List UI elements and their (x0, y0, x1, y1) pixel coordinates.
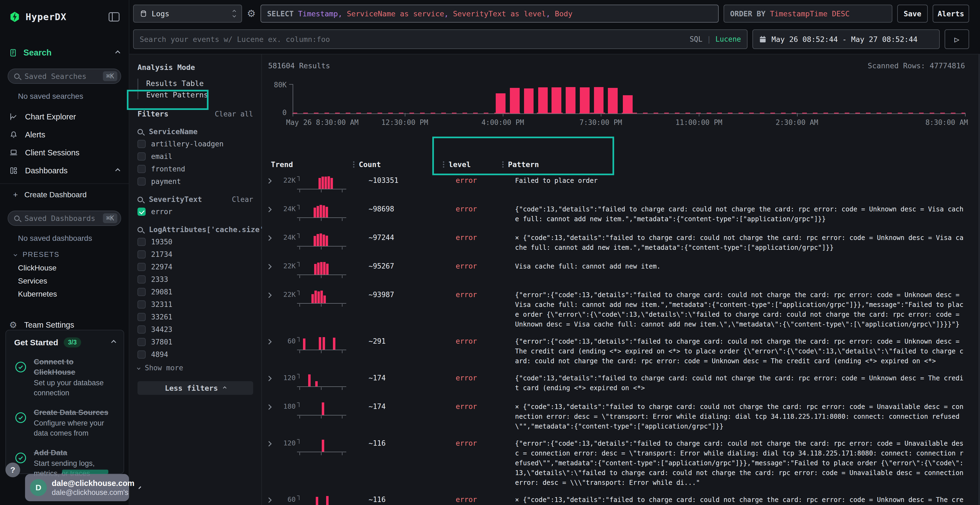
table-row[interactable]: 22K~103351errorFailed to place order (266, 176, 976, 197)
col-trend[interactable]: Trend (271, 160, 293, 169)
user-menu[interactable]: D dale@clickhouse.com dale@clickhouse.co… (25, 474, 129, 501)
mode-event-patterns[interactable]: Event Patterns (138, 89, 261, 100)
checkbox[interactable] (137, 326, 146, 333)
filter-option[interactable]: 34423 (137, 325, 253, 334)
source-settings-gear-icon[interactable]: ⚙ (247, 8, 256, 19)
show-more-button[interactable]: Show more (137, 364, 253, 372)
row-expand-chevron-icon[interactable] (266, 339, 272, 345)
preset-services[interactable]: Services (18, 275, 129, 287)
saved-dashboards-input[interactable]: Saved Dashboards ⌘K (8, 211, 121, 226)
filter-option[interactable]: 2333 (137, 275, 253, 284)
checkbox[interactable] (137, 288, 146, 296)
saved-searches-input[interactable]: Saved Searches ⌘K (8, 68, 121, 84)
sidebar-collapse-icon[interactable] (109, 12, 119, 22)
row-expand-chevron-icon[interactable] (266, 404, 272, 410)
scrollbar[interactable] (978, 54, 980, 505)
chevron-up-icon[interactable] (115, 50, 120, 55)
table-row[interactable]: 24K~97244error× {"code":13,"details":"fa… (266, 233, 976, 254)
row-expand-chevron-icon[interactable] (266, 441, 272, 446)
filter-clear-button[interactable]: Clear (232, 195, 253, 203)
chevron-up-icon[interactable] (111, 340, 116, 345)
filter-option[interactable]: 33261 (137, 313, 253, 321)
histogram-bar[interactable] (580, 87, 590, 113)
checkbox[interactable] (137, 351, 146, 359)
date-range-picker[interactable]: May 26 08:52:44 - May 27 08:52:44 (752, 29, 940, 49)
checkbox[interactable] (137, 275, 146, 284)
table-row[interactable]: 180~174error× {"code":13,"details":"fail… (266, 402, 976, 431)
pattern-cell[interactable]: {"error":{"code":13,"details":"failed to… (496, 438, 976, 488)
pattern-cell[interactable]: × {"code":13,"details":"failed to charge… (496, 402, 976, 431)
histogram-bar[interactable] (608, 88, 618, 114)
sidebar-item-chart-explorer[interactable]: Chart Explorer (0, 108, 129, 126)
pattern-cell[interactable]: × {"code":13,"details":"failed to charge… (496, 495, 976, 505)
histogram-bar[interactable] (496, 93, 506, 113)
row-expand-chevron-icon[interactable] (266, 178, 272, 184)
filter-option[interactable]: payment (137, 177, 253, 186)
pattern-cell[interactable]: × {"code":13,"details":"failed to charge… (496, 233, 976, 252)
histogram-bar[interactable] (510, 88, 520, 114)
checkbox[interactable] (137, 338, 146, 346)
sidebar-item-search[interactable]: Search (0, 44, 129, 62)
row-expand-chevron-icon[interactable] (266, 376, 272, 381)
alerts-button[interactable]: Alerts (932, 5, 969, 22)
sql-select-input[interactable]: SELECT Timestamp, ServiceName as service… (261, 5, 719, 22)
filter-option[interactable]: 32311 (137, 300, 253, 309)
pattern-cell[interactable]: {"code":13,"details":"failed to charge c… (496, 373, 976, 393)
sidebar-item-client-sessions[interactable]: Client Sessions (0, 144, 129, 162)
chevron-up-icon[interactable] (115, 168, 120, 173)
checklist-item-sources[interactable]: Create Data Sources Configure where your… (14, 407, 115, 438)
col-pattern[interactable]: Pattern (508, 160, 539, 169)
checkbox[interactable] (137, 313, 146, 321)
save-button[interactable]: Save (897, 5, 928, 22)
create-dashboard-button[interactable]: + Create Dashboard (0, 186, 129, 203)
filter-option[interactable]: 22974 (137, 262, 253, 271)
row-expand-chevron-icon[interactable] (266, 235, 272, 241)
row-expand-chevron-icon[interactable] (266, 264, 272, 269)
checkbox[interactable] (137, 165, 146, 173)
mode-results-table[interactable]: Results Table (138, 78, 261, 89)
query-language-toggle[interactable]: SQL | Lucene (690, 35, 741, 43)
row-expand-chevron-icon[interactable] (266, 292, 272, 298)
sidebar-item-dashboards[interactable]: Dashboards (0, 162, 129, 179)
row-expand-chevron-icon[interactable] (266, 497, 272, 503)
table-row[interactable]: 120~174error{"code":13,"details":"failed… (266, 373, 976, 395)
lang-sql[interactable]: SQL (690, 35, 702, 43)
histogram-bar[interactable] (552, 87, 561, 113)
live-tail-play-button[interactable]: ▷ (945, 29, 969, 49)
drag-handle-icon[interactable] (502, 164, 504, 165)
row-expand-chevron-icon[interactable] (266, 207, 272, 212)
table-row[interactable]: 60~116error× {"code":13,"details":"faile… (266, 495, 976, 505)
table-row[interactable]: 60~291error{"error":{"code":13,"details"… (266, 337, 976, 366)
filter-option[interactable]: artillery-loadgen (137, 140, 253, 148)
filter-option[interactable]: 19350 (137, 238, 253, 246)
filter-option[interactable]: email (137, 152, 253, 161)
filter-option[interactable]: 29081 (137, 287, 253, 296)
checklist-item-connect[interactable]: Connect to ClickHouse Set up your databa… (14, 357, 115, 398)
histogram-bar[interactable] (538, 87, 548, 113)
less-filters-button[interactable]: Less filters (137, 381, 253, 395)
col-level[interactable]: level (449, 160, 471, 169)
drag-handle-icon[interactable] (353, 164, 355, 165)
table-row[interactable]: 24K~98698error{"code":13,"details":"fail… (266, 204, 976, 226)
presets-toggle[interactable]: PRESETS (14, 250, 129, 259)
histogram-bar[interactable] (623, 95, 633, 114)
histogram-bar[interactable] (594, 87, 604, 113)
checkbox-checked[interactable] (137, 208, 146, 216)
filter-option[interactable]: 4894 (137, 350, 253, 359)
get-started-header[interactable]: Get Started 3/3 (14, 337, 115, 348)
order-by-input[interactable]: ORDER BY TimestampTime DESC (724, 5, 892, 22)
checkbox[interactable] (137, 238, 146, 246)
table-row[interactable]: 22K~95267errorVisa cache full: cannot ad… (266, 262, 976, 283)
preset-clickhouse[interactable]: ClickHouse (18, 262, 129, 275)
lang-lucene[interactable]: Lucene (715, 35, 741, 43)
events-histogram[interactable]: 80K 0 May 26 8:30:00 AM12:30:00 PM4:00:0… (293, 84, 965, 113)
checkbox[interactable] (137, 152, 146, 160)
checkbox[interactable] (137, 250, 146, 259)
pattern-cell[interactable]: Visa cache full: cannot add new item. (496, 262, 976, 271)
filter-option[interactable]: error (137, 207, 253, 216)
checkbox[interactable] (137, 300, 146, 308)
help-button[interactable]: ? (5, 462, 20, 477)
histogram-bar[interactable] (524, 89, 534, 113)
checkbox[interactable] (137, 263, 146, 271)
clear-all-button[interactable]: Clear all (215, 110, 253, 118)
